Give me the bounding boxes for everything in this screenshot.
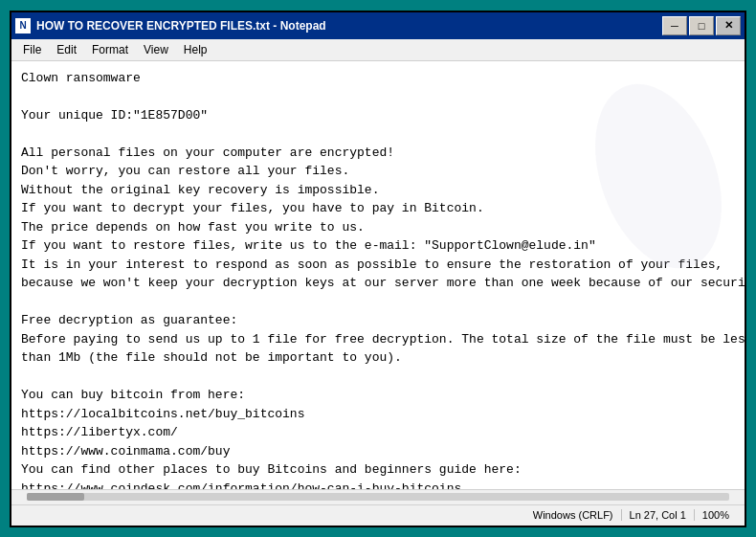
status-zoom: 100% (695, 509, 737, 521)
editor-area: Clown ransomware Your unique ID:"1E857D0… (11, 61, 745, 489)
status-line-col: Ln 27, Col 1 (622, 509, 695, 521)
minimize-button[interactable]: ─ (662, 16, 687, 35)
notepad-window: N HOW TO RECOVER ENCRYPTED FILES.txt - N… (10, 11, 746, 527)
status-encoding: Windows (CRLF) (525, 509, 622, 521)
maximize-button[interactable]: □ (689, 16, 714, 35)
window-title: HOW TO RECOVER ENCRYPTED FILES.txt - Not… (36, 19, 662, 33)
title-bar: N HOW TO RECOVER ENCRYPTED FILES.txt - N… (11, 12, 745, 39)
menu-file[interactable]: File (15, 41, 49, 58)
menu-view[interactable]: View (136, 41, 176, 58)
menu-help[interactable]: Help (176, 41, 215, 58)
text-editor[interactable]: Clown ransomware Your unique ID:"1E857D0… (11, 61, 745, 489)
menu-edit[interactable]: Edit (49, 41, 84, 58)
scrollbar-track (27, 493, 729, 501)
close-button[interactable]: ✕ (716, 16, 741, 35)
status-bar: Windows (CRLF) Ln 27, Col 1 100% (11, 504, 745, 526)
scrollbar-thumb[interactable] (27, 493, 84, 501)
window-controls: ─ □ ✕ (662, 16, 741, 35)
menu-format[interactable]: Format (84, 41, 136, 58)
horizontal-scrollbar[interactable] (11, 489, 745, 504)
menu-bar: File Edit Format View Help (11, 39, 745, 61)
app-icon: N (15, 18, 31, 34)
